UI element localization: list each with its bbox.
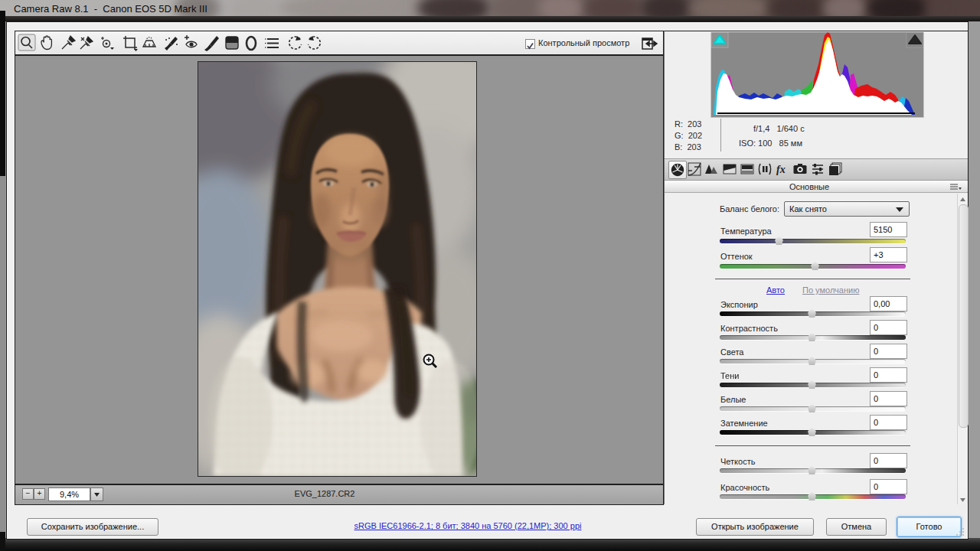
- svg-text:fx: fx: [776, 164, 786, 175]
